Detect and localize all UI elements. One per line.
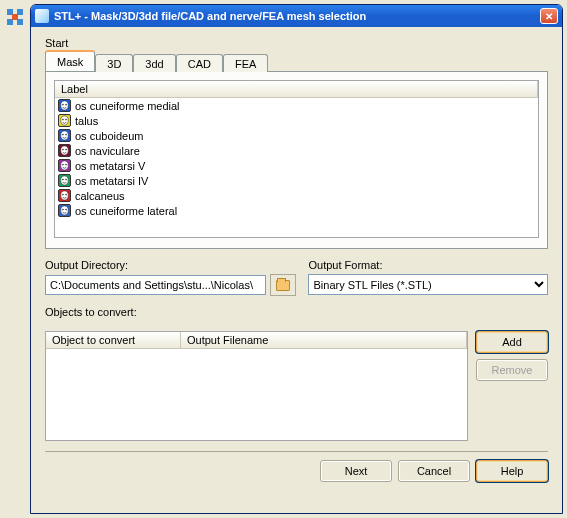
svg-point-10 bbox=[65, 134, 67, 136]
svg-point-16 bbox=[65, 179, 67, 181]
titlebar: STL+ - Mask/3D/3dd file/CAD and nerve/FE… bbox=[31, 5, 562, 27]
mask-icon bbox=[58, 129, 71, 142]
tab-3dd[interactable]: 3dd bbox=[133, 54, 175, 72]
help-button[interactable]: Help bbox=[476, 460, 548, 482]
folder-icon bbox=[276, 280, 290, 291]
objects-col-object[interactable]: Object to convert bbox=[46, 332, 181, 348]
mask-icon bbox=[58, 204, 71, 217]
tab-fea[interactable]: FEA bbox=[223, 54, 268, 72]
list-item[interactable]: os cuneiforme medial bbox=[55, 98, 538, 113]
output-row: Output Directory: Output Format: Binary … bbox=[45, 259, 548, 296]
divider bbox=[45, 451, 548, 452]
objects-body bbox=[46, 349, 467, 440]
svg-point-11 bbox=[62, 149, 64, 151]
mask-icon bbox=[58, 159, 71, 172]
svg-rect-4 bbox=[12, 14, 18, 20]
btn-label: Add bbox=[502, 336, 522, 348]
list-item[interactable]: os cuneiforme lateral bbox=[55, 203, 538, 218]
list-item[interactable]: calcaneus bbox=[55, 188, 538, 203]
close-icon: ✕ bbox=[545, 11, 553, 22]
tab-mask[interactable]: Mask bbox=[45, 50, 95, 71]
mask-icon bbox=[58, 114, 71, 127]
tab-label: 3D bbox=[107, 58, 121, 70]
mask-item-label: os metatarsi IV bbox=[75, 175, 148, 187]
start-label: Start bbox=[45, 37, 548, 49]
add-button[interactable]: Add bbox=[476, 331, 548, 353]
tab-label: CAD bbox=[188, 58, 211, 70]
output-format-select[interactable]: Binary STL Files (*.STL) bbox=[308, 274, 548, 295]
btn-label: Cancel bbox=[417, 465, 451, 477]
svg-point-15 bbox=[62, 179, 64, 181]
mask-listview: Label os cuneiforme medialtalusos cuboid… bbox=[54, 80, 539, 238]
objects-side-buttons: Add Remove bbox=[476, 331, 548, 441]
svg-point-7 bbox=[62, 119, 64, 121]
mask-item-label: os cuneiforme medial bbox=[75, 100, 180, 112]
mask-item-label: os cuboideum bbox=[75, 130, 144, 142]
close-button[interactable]: ✕ bbox=[540, 8, 558, 24]
list-header: Label bbox=[55, 81, 538, 98]
mask-item-label: os cuneiforme lateral bbox=[75, 205, 177, 217]
browse-button[interactable] bbox=[270, 274, 296, 296]
list-item[interactable]: talus bbox=[55, 113, 538, 128]
tab-cad[interactable]: CAD bbox=[176, 54, 223, 72]
mask-icon bbox=[58, 144, 71, 157]
objects-header: Object to convert Output Filename bbox=[46, 332, 467, 349]
svg-point-8 bbox=[65, 119, 67, 121]
output-format-group: Output Format: Binary STL Files (*.STL) bbox=[308, 259, 548, 296]
list-item[interactable]: os metatarsi IV bbox=[55, 173, 538, 188]
svg-point-9 bbox=[62, 134, 64, 136]
list-body[interactable]: os cuneiforme medialtalusos cuboideumos … bbox=[55, 98, 538, 237]
svg-point-19 bbox=[62, 209, 64, 211]
output-dir-group: Output Directory: bbox=[45, 259, 296, 296]
tabstrip: Mask 3D 3dd CAD FEA bbox=[45, 51, 548, 71]
desktop-app-icon[interactable] bbox=[4, 6, 26, 28]
btn-label: Help bbox=[501, 465, 524, 477]
mask-icon bbox=[58, 174, 71, 187]
tab-label: Mask bbox=[57, 56, 83, 68]
list-item[interactable]: os metatarsi V bbox=[55, 158, 538, 173]
mask-icon bbox=[58, 189, 71, 202]
svg-point-17 bbox=[62, 194, 64, 196]
tab-label: FEA bbox=[235, 58, 256, 70]
tab-panel-mask: Label os cuneiforme medialtalusos cuboid… bbox=[45, 71, 548, 249]
objects-table[interactable]: Object to convert Output Filename bbox=[45, 331, 468, 441]
svg-point-12 bbox=[65, 149, 67, 151]
tab-label: 3dd bbox=[145, 58, 163, 70]
dialog-window: STL+ - Mask/3D/3dd file/CAD and nerve/FE… bbox=[30, 4, 563, 514]
cancel-button[interactable]: Cancel bbox=[398, 460, 470, 482]
remove-button: Remove bbox=[476, 359, 548, 381]
mask-item-label: calcaneus bbox=[75, 190, 125, 202]
objects-col-filename[interactable]: Output Filename bbox=[181, 332, 467, 348]
dialog-body: Start Mask 3D 3dd CAD FEA Label os cunei… bbox=[31, 27, 562, 513]
svg-point-5 bbox=[62, 104, 64, 106]
footer-buttons: Next Cancel Help bbox=[45, 460, 548, 482]
window-title: STL+ - Mask/3D/3dd file/CAD and nerve/FE… bbox=[54, 10, 540, 22]
mask-icon bbox=[58, 99, 71, 112]
mask-item-label: talus bbox=[75, 115, 98, 127]
mask-item-label: os metatarsi V bbox=[75, 160, 145, 172]
objects-section: Object to convert Output Filename Add Re… bbox=[45, 331, 548, 441]
list-header-label[interactable]: Label bbox=[55, 81, 538, 97]
next-button[interactable]: Next bbox=[320, 460, 392, 482]
output-format-label: Output Format: bbox=[308, 259, 548, 271]
svg-point-14 bbox=[65, 164, 67, 166]
objects-label: Objects to convert: bbox=[45, 306, 548, 318]
window-icon bbox=[35, 9, 49, 23]
mask-item-label: os naviculare bbox=[75, 145, 140, 157]
svg-point-6 bbox=[65, 104, 67, 106]
svg-point-20 bbox=[65, 209, 67, 211]
list-item[interactable]: os naviculare bbox=[55, 143, 538, 158]
svg-point-18 bbox=[65, 194, 67, 196]
list-item[interactable]: os cuboideum bbox=[55, 128, 538, 143]
tab-3d[interactable]: 3D bbox=[95, 54, 133, 72]
output-dir-label: Output Directory: bbox=[45, 259, 296, 271]
output-dir-input[interactable] bbox=[45, 275, 266, 295]
btn-label: Remove bbox=[492, 364, 533, 376]
svg-point-13 bbox=[62, 164, 64, 166]
btn-label: Next bbox=[345, 465, 368, 477]
